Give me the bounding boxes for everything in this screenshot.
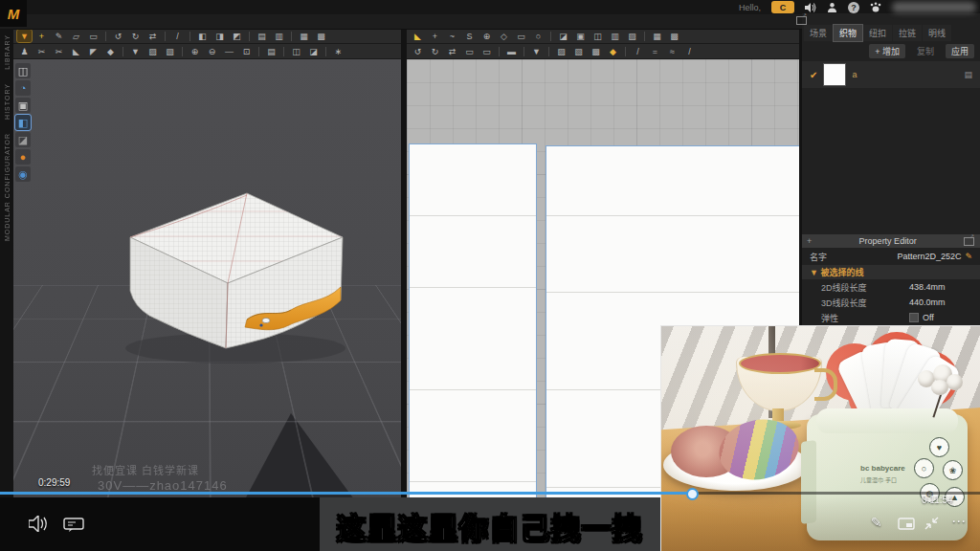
edit-point-icon[interactable]: + — [428, 30, 442, 42]
left-dock-tab[interactable]: HISTORY — [4, 83, 11, 120]
unfold-a-icon[interactable]: ▭ — [462, 45, 477, 57]
select-move-icon[interactable]: + — [34, 30, 49, 42]
property-editor-plus-icon[interactable]: + — [802, 236, 812, 246]
window-divider[interactable] — [401, 29, 407, 551]
reset-2d-b-icon[interactable]: ↻ — [428, 45, 442, 57]
rectangle-icon[interactable]: ▭ — [514, 30, 528, 42]
reset-arrangement-icon[interactable]: ↺ — [111, 30, 125, 42]
mesh-quad-icon[interactable]: ▦ — [297, 30, 311, 42]
polygon-icon[interactable]: ◇ — [497, 30, 511, 42]
seam-slash-icon[interactable]: / — [631, 45, 645, 57]
add-circle-icon[interactable]: ⊕ — [188, 45, 202, 57]
rearrange-icon[interactable]: ↻ — [128, 30, 143, 42]
help-icon[interactable]: ? — [848, 2, 859, 13]
cloud-sync-icon[interactable]: C — [771, 1, 794, 13]
globe-icon[interactable]: ◉ — [15, 166, 31, 182]
progress-handle[interactable] — [686, 488, 699, 500]
pinch-tool-icon[interactable]: ✂ — [34, 45, 49, 57]
lock-pin-icon[interactable]: ⊡ — [239, 45, 254, 57]
pack-single-icon[interactable]: ▥ — [272, 30, 286, 42]
fabric-list-item[interactable]: ✔ a ▤ — [802, 61, 980, 88]
viewport-3d[interactable]: ◫◔▣◧◪●◉ — [13, 59, 401, 551]
mesh-garment-c-icon[interactable]: ▩ — [589, 45, 603, 57]
show-sewing-icon[interactable]: ◆ — [606, 45, 620, 57]
copy-fabric-button[interactable]: 复制 — [911, 44, 940, 58]
fold-tool-icon[interactable]: ✂ — [52, 45, 66, 57]
reset-2d-c-icon[interactable]: ⇄ — [445, 45, 459, 57]
show-garment-icon[interactable]: ◫ — [15, 63, 31, 78]
left-dock-tab[interactable]: LIBRARY — [4, 34, 11, 70]
texture-icon[interactable]: ▨ — [625, 30, 639, 42]
speaker-icon[interactable] — [805, 3, 816, 12]
cone-tool-icon[interactable]: ◤ — [86, 45, 100, 57]
progress-bar-played[interactable] — [0, 492, 692, 495]
mesh-garment-b-icon[interactable]: ▧ — [571, 45, 586, 57]
fabric-menu-icon[interactable]: ▤ — [964, 70, 972, 79]
image-import-icon[interactable]: ◫ — [590, 30, 605, 42]
grid-a-icon[interactable]: ▦ — [650, 30, 664, 42]
avatar-box-icon[interactable]: ▣ — [15, 98, 31, 113]
line-guide-icon[interactable]: — — [222, 45, 236, 57]
remove-circle-icon[interactable]: ⊖ — [205, 45, 219, 57]
fabric-gray-icon[interactable]: ◪ — [15, 132, 31, 147]
zip-list-icon[interactable]: ▤ — [264, 45, 278, 57]
show-3d-garment-icon[interactable]: ▼ — [529, 45, 544, 57]
pen-3d-icon[interactable]: ✎ — [52, 30, 66, 42]
drape-solid-icon[interactable]: ◨ — [212, 30, 227, 42]
selected-line-section[interactable]: ▼ 被选择的线 — [802, 265, 980, 279]
fabric-swatch[interactable] — [823, 63, 846, 86]
mesh-grid-icon[interactable]: ▩ — [314, 30, 328, 42]
mesh-shirt-b-icon[interactable]: ▧ — [163, 45, 177, 57]
notch-icon[interactable]: / — [682, 45, 697, 57]
fabric-blue-icon[interactable]: ◧ — [15, 115, 31, 130]
property-value[interactable]: Off — [909, 313, 970, 322]
fold-book-icon[interactable]: ◆ — [103, 45, 118, 57]
trace-icon[interactable]: ▣ — [573, 30, 588, 42]
grid-b-icon[interactable]: ▩ — [667, 30, 681, 42]
stripe-icon[interactable]: ▥ — [608, 30, 622, 42]
object-browser-tab[interactable]: 织物 — [834, 25, 862, 41]
unfold-b-icon[interactable]: ▭ — [479, 45, 494, 57]
edit-curve-point-icon[interactable]: S — [462, 30, 477, 42]
fabric-check-icon[interactable]: ✔ — [810, 70, 817, 80]
iron-icon[interactable]: ▬ — [504, 45, 519, 57]
edit-pattern-3d-icon[interactable]: ▱ — [69, 30, 83, 42]
edit-curvature-icon[interactable]: ~ — [445, 30, 459, 42]
add-fabric-button[interactable]: + 增加 — [869, 44, 905, 58]
slab-b-icon[interactable]: ◪ — [306, 45, 321, 57]
object-browser-tab[interactable]: 纽扣 — [863, 25, 892, 41]
show-avatar-gizmo-icon[interactable]: ◔ — [15, 80, 31, 96]
popout-property-editor-icon[interactable] — [964, 237, 974, 246]
paw-icon[interactable] — [870, 2, 881, 12]
popout-object-browser-icon[interactable] — [796, 16, 807, 25]
avatar-walk-icon[interactable]: ♟ — [17, 45, 32, 57]
shirt-drape-icon[interactable]: ▼ — [128, 45, 143, 57]
pack-pair-icon[interactable]: ▤ — [255, 30, 269, 42]
tissue-pack-3d-model[interactable] — [101, 174, 360, 370]
slab-a-icon[interactable]: ◫ — [289, 45, 303, 57]
object-browser-tab[interactable]: 拉链 — [893, 25, 922, 41]
dart-icon[interactable]: ◪ — [556, 30, 570, 42]
circle-icon[interactable]: ○ — [531, 30, 546, 42]
property-checkbox[interactable] — [909, 313, 919, 322]
edit-name-icon[interactable]: ✎ — [965, 252, 972, 261]
fit-map-icon[interactable]: ◩ — [230, 30, 244, 42]
mesh-shirt-a-icon[interactable]: ▨ — [145, 45, 160, 57]
simulate-icon[interactable]: ▼ — [17, 30, 32, 42]
mannequin-icon[interactable]: ● — [15, 149, 31, 165]
mesh-garment-a-icon[interactable]: ▨ — [554, 45, 568, 57]
add-point-icon[interactable]: ⊕ — [479, 30, 494, 42]
box-arrange-icon[interactable]: ▭ — [86, 30, 100, 42]
pattern-name-value[interactable]: Pattern2D_252C — [897, 252, 961, 261]
tack-tool-icon[interactable]: / — [170, 30, 185, 42]
left-dock-tab[interactable]: MODULAR CONFIGURATOR — [4, 133, 11, 241]
account-icon[interactable] — [827, 2, 837, 12]
transform-pattern-icon[interactable]: ◣ — [411, 30, 425, 42]
drape-dark-icon[interactable]: ◧ — [195, 30, 210, 42]
object-browser-tab[interactable]: 场景 — [804, 25, 833, 41]
reset-all-icon[interactable]: ⇄ — [145, 30, 160, 42]
wave-line-icon[interactable]: ≈ — [665, 45, 679, 57]
object-browser-tab[interactable]: 明线 — [923, 25, 951, 41]
pattern-piece-left[interactable] — [409, 143, 537, 551]
reset-2d-a-icon[interactable]: ↺ — [411, 45, 425, 57]
